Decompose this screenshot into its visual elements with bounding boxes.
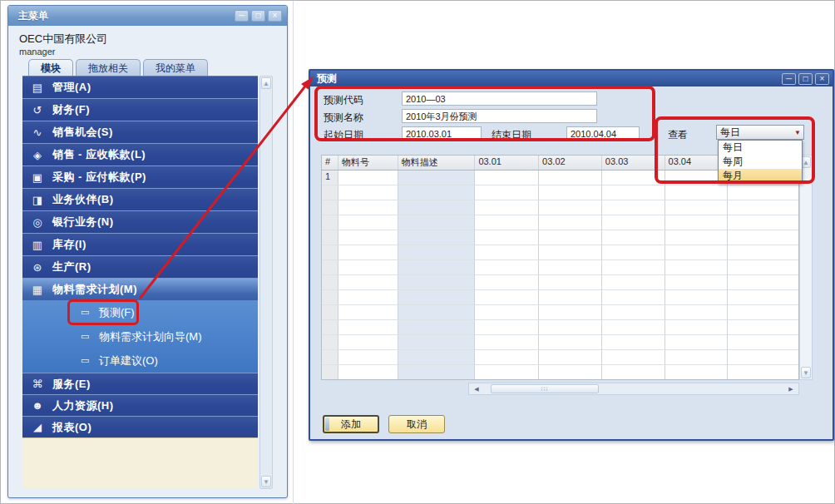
table-cell[interactable] (398, 215, 476, 230)
table-row[interactable] (322, 185, 798, 200)
table-cell[interactable] (602, 200, 665, 215)
table-cell[interactable] (322, 245, 338, 260)
menu-item-human-resources[interactable]: ☻ 人力资源(H) (22, 394, 258, 416)
table-cell[interactable]: 1 (322, 170, 338, 185)
table-row[interactable] (322, 200, 798, 215)
table-vertical-scrollbar[interactable]: ▲ ▼ (799, 155, 813, 380)
table-cell[interactable] (322, 215, 338, 230)
column-header-number[interactable]: # (322, 156, 338, 170)
table-cell[interactable] (338, 350, 398, 365)
table-horizontal-scrollbar[interactable]: ◀ ⁞⁞⁞ ▶ (468, 383, 799, 395)
table-row[interactable] (322, 245, 798, 260)
table-cell[interactable] (475, 305, 539, 320)
table-cell[interactable] (728, 230, 798, 245)
table-row[interactable] (322, 320, 798, 335)
table-cell[interactable] (398, 170, 476, 185)
table-cell[interactable] (398, 365, 476, 380)
table-cell[interactable] (322, 230, 338, 245)
table-cell[interactable] (665, 335, 729, 350)
table-cell[interactable] (338, 185, 398, 200)
table-cell[interactable] (338, 290, 398, 305)
menu-item-inventory[interactable]: ▥ 库存(I) (22, 233, 258, 255)
table-cell[interactable] (475, 215, 539, 230)
table-cell[interactable] (665, 215, 729, 230)
table-cell[interactable] (539, 245, 602, 260)
chevron-down-icon[interactable]: ▼ (792, 129, 803, 136)
table-cell[interactable] (475, 230, 539, 245)
table-cell[interactable] (602, 260, 665, 275)
table-cell[interactable] (338, 245, 398, 260)
menu-item-banking[interactable]: ◎ 银行业务(N) (22, 210, 258, 233)
table-cell[interactable] (338, 275, 398, 290)
menu-item-business-partners[interactable]: ◨ 业务伙伴(B) (22, 188, 258, 210)
table-cell[interactable] (539, 275, 602, 290)
table-cell[interactable] (539, 215, 602, 230)
table-cell[interactable] (602, 170, 665, 185)
table-cell[interactable] (322, 365, 338, 380)
start-date-field[interactable]: 2010.03.01 (402, 126, 482, 141)
menu-item-production[interactable]: ⊛ 生产(R) (22, 255, 258, 278)
scrollbar-thumb[interactable]: ⁞⁞⁞ (491, 384, 599, 393)
table-cell[interactable] (398, 350, 476, 365)
table-cell[interactable] (475, 335, 539, 350)
scroll-down-icon[interactable]: ▼ (261, 476, 271, 487)
table-cell[interactable] (398, 335, 476, 350)
table-cell[interactable] (665, 350, 729, 365)
table-cell[interactable] (322, 320, 338, 335)
table-cell[interactable] (475, 200, 539, 215)
table-row[interactable] (322, 365, 798, 380)
view-option-monthly[interactable]: 每月 (719, 169, 802, 183)
table-cell[interactable] (665, 245, 729, 260)
table-row[interactable] (322, 350, 798, 365)
table-cell[interactable] (602, 185, 665, 200)
table-cell[interactable] (475, 260, 539, 275)
table-cell[interactable] (338, 170, 398, 185)
table-cell[interactable] (338, 305, 398, 320)
table-cell[interactable] (322, 200, 338, 215)
table-cell[interactable] (398, 290, 476, 305)
table-cell[interactable] (398, 185, 476, 200)
table-cell[interactable] (539, 365, 602, 380)
end-date-field[interactable]: 2010.04.04 (566, 126, 640, 141)
main-menu-scrollbar[interactable]: ▲ ▼ (259, 76, 273, 489)
menu-item-purchasing-ap[interactable]: ▣ 采购 - 应付帐款(P) (22, 166, 258, 188)
add-button[interactable]: 添加 (323, 415, 379, 433)
menu-item-administration[interactable]: ▤ 管理(A) (22, 76, 258, 98)
table-cell[interactable] (539, 335, 602, 350)
table-cell[interactable] (602, 230, 665, 245)
main-menu-titlebar[interactable]: 主菜单 ─ □ × (8, 6, 287, 26)
table-cell[interactable] (539, 200, 602, 215)
table-cell[interactable] (322, 350, 338, 365)
table-cell[interactable] (338, 335, 398, 350)
table-cell[interactable] (602, 350, 665, 365)
table-row[interactable] (322, 335, 798, 350)
table-cell[interactable] (728, 290, 798, 305)
table-cell[interactable] (728, 335, 798, 350)
menu-item-sales-ar[interactable]: ◈ 销售 - 应收帐款(L) (22, 143, 258, 166)
forecast-titlebar[interactable]: 预测 ─ □ × (310, 71, 833, 86)
table-cell[interactable] (322, 260, 338, 275)
view-select[interactable]: 每日 ▼ (716, 125, 804, 140)
table-row[interactable] (322, 275, 798, 290)
menu-item-service[interactable]: ⌘ 服务(E) (22, 373, 258, 394)
table-cell[interactable] (398, 320, 476, 335)
view-option-daily[interactable]: 每日 (719, 141, 802, 155)
table-cell[interactable] (602, 365, 665, 380)
table-cell[interactable] (475, 170, 539, 185)
table-cell[interactable] (728, 275, 798, 290)
table-cell[interactable] (475, 350, 539, 365)
table-row[interactable] (322, 260, 798, 275)
table-cell[interactable] (322, 275, 338, 290)
table-row[interactable] (322, 305, 798, 320)
table-cell[interactable] (602, 245, 665, 260)
table-cell[interactable] (665, 275, 729, 290)
table-cell[interactable] (665, 260, 729, 275)
column-header-0303[interactable]: 03.03 (602, 156, 665, 170)
menu-item-financials[interactable]: ↺ 财务(F) (22, 98, 258, 121)
scroll-right-icon[interactable]: ▶ (785, 384, 797, 393)
table-cell[interactable] (398, 260, 476, 275)
column-header-0301[interactable]: 03.01 (475, 156, 539, 170)
table-cell[interactable] (665, 305, 729, 320)
tab-drag-relate[interactable]: 拖放相关 (76, 59, 141, 77)
table-cell[interactable] (475, 365, 539, 380)
